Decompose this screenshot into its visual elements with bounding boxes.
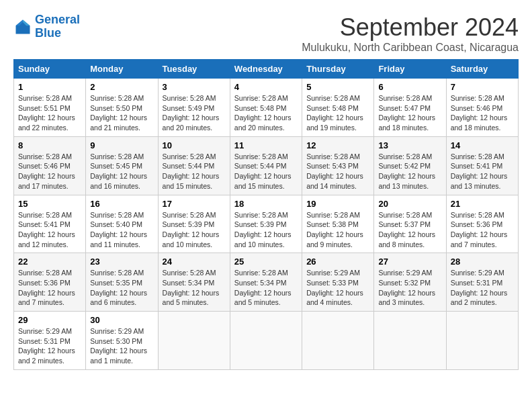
day-cell: 16Sunrise: 5:28 AMSunset: 5:40 PMDayligh… bbox=[86, 195, 158, 253]
day-cell: 4Sunrise: 5:28 AMSunset: 5:48 PMDaylight… bbox=[230, 79, 302, 137]
day-info: Sunrise: 5:29 AMSunset: 5:33 PMDaylight:… bbox=[306, 268, 369, 308]
day-number: 30 bbox=[90, 315, 153, 325]
day-cell bbox=[230, 312, 302, 370]
day-number: 5 bbox=[306, 82, 369, 92]
day-cell: 20Sunrise: 5:28 AMSunset: 5:37 PMDayligh… bbox=[374, 195, 446, 253]
day-info: Sunrise: 5:28 AMSunset: 5:51 PMDaylight:… bbox=[18, 93, 81, 133]
day-info: Sunrise: 5:28 AMSunset: 5:34 PMDaylight:… bbox=[234, 268, 298, 308]
day-info: Sunrise: 5:28 AMSunset: 5:39 PMDaylight:… bbox=[234, 210, 298, 250]
day-info: Sunrise: 5:29 AMSunset: 5:32 PMDaylight:… bbox=[378, 268, 441, 308]
day-cell: 2Sunrise: 5:28 AMSunset: 5:50 PMDaylight… bbox=[86, 79, 158, 137]
logo-line1: General bbox=[35, 13, 80, 26]
day-info: Sunrise: 5:28 AMSunset: 5:37 PMDaylight:… bbox=[378, 210, 441, 250]
day-number: 16 bbox=[90, 199, 153, 209]
day-info: Sunrise: 5:28 AMSunset: 5:46 PMDaylight:… bbox=[18, 152, 81, 191]
subtitle: Mulukuku, North Caribbean Coast, Nicarag… bbox=[302, 42, 519, 54]
day-number: 1 bbox=[18, 82, 81, 92]
day-number: 29 bbox=[18, 315, 81, 325]
week-row-1: 1Sunrise: 5:28 AMSunset: 5:51 PMDaylight… bbox=[14, 79, 519, 137]
day-info: Sunrise: 5:28 AMSunset: 5:45 PMDaylight:… bbox=[90, 152, 153, 191]
day-number: 14 bbox=[451, 140, 514, 150]
day-cell: 6Sunrise: 5:28 AMSunset: 5:47 PMDaylight… bbox=[374, 79, 446, 137]
day-cell: 28Sunrise: 5:29 AMSunset: 5:31 PMDayligh… bbox=[446, 253, 518, 312]
day-number: 18 bbox=[234, 199, 298, 209]
week-row-4: 22Sunrise: 5:28 AMSunset: 5:36 PMDayligh… bbox=[14, 253, 519, 312]
day-number: 19 bbox=[306, 199, 369, 209]
day-cell: 23Sunrise: 5:28 AMSunset: 5:35 PMDayligh… bbox=[86, 253, 158, 312]
day-info: Sunrise: 5:28 AMSunset: 5:41 PMDaylight:… bbox=[451, 152, 514, 191]
day-cell: 21Sunrise: 5:28 AMSunset: 5:36 PMDayligh… bbox=[446, 195, 518, 253]
day-number: 21 bbox=[451, 199, 514, 209]
day-number: 15 bbox=[18, 199, 81, 209]
day-number: 17 bbox=[163, 199, 226, 209]
logo-line2: Blue bbox=[35, 26, 61, 40]
day-number: 2 bbox=[90, 82, 153, 92]
day-cell: 7Sunrise: 5:28 AMSunset: 5:46 PMDaylight… bbox=[446, 79, 518, 137]
day-info: Sunrise: 5:28 AMSunset: 5:34 PMDaylight:… bbox=[163, 268, 226, 308]
logo: General Blue bbox=[13, 13, 80, 40]
logo-icon bbox=[13, 17, 32, 36]
title-area: September 2024 Mulukuku, North Caribbean… bbox=[302, 13, 519, 54]
day-cell: 19Sunrise: 5:28 AMSunset: 5:38 PMDayligh… bbox=[302, 195, 374, 253]
day-info: Sunrise: 5:28 AMSunset: 5:44 PMDaylight:… bbox=[234, 152, 298, 191]
day-cell: 13Sunrise: 5:28 AMSunset: 5:42 PMDayligh… bbox=[374, 136, 446, 195]
day-cell: 15Sunrise: 5:28 AMSunset: 5:41 PMDayligh… bbox=[14, 195, 86, 253]
day-number: 28 bbox=[451, 257, 514, 267]
header-row: SundayMondayTuesdayWednesdayThursdayFrid… bbox=[14, 60, 519, 79]
header-cell-tuesday: Tuesday bbox=[158, 60, 230, 79]
day-info: Sunrise: 5:28 AMSunset: 5:46 PMDaylight:… bbox=[451, 93, 514, 133]
header-cell-sunday: Sunday bbox=[14, 60, 86, 79]
day-cell: 8Sunrise: 5:28 AMSunset: 5:46 PMDaylight… bbox=[14, 136, 86, 195]
header-cell-wednesday: Wednesday bbox=[230, 60, 302, 79]
day-cell: 9Sunrise: 5:28 AMSunset: 5:45 PMDaylight… bbox=[86, 136, 158, 195]
day-info: Sunrise: 5:28 AMSunset: 5:40 PMDaylight:… bbox=[90, 210, 153, 250]
day-cell: 26Sunrise: 5:29 AMSunset: 5:33 PMDayligh… bbox=[302, 253, 374, 312]
day-number: 10 bbox=[163, 140, 226, 150]
day-cell: 24Sunrise: 5:28 AMSunset: 5:34 PMDayligh… bbox=[158, 253, 230, 312]
day-number: 9 bbox=[90, 140, 153, 150]
day-info: Sunrise: 5:28 AMSunset: 5:43 PMDaylight:… bbox=[306, 152, 369, 191]
day-info: Sunrise: 5:28 AMSunset: 5:38 PMDaylight:… bbox=[306, 210, 369, 250]
day-info: Sunrise: 5:28 AMSunset: 5:50 PMDaylight:… bbox=[90, 93, 153, 133]
day-cell: 27Sunrise: 5:29 AMSunset: 5:32 PMDayligh… bbox=[374, 253, 446, 312]
day-number: 24 bbox=[163, 257, 226, 267]
day-cell: 10Sunrise: 5:28 AMSunset: 5:44 PMDayligh… bbox=[158, 136, 230, 195]
day-number: 25 bbox=[234, 257, 298, 267]
day-number: 12 bbox=[306, 140, 369, 150]
day-info: Sunrise: 5:28 AMSunset: 5:42 PMDaylight:… bbox=[378, 152, 441, 191]
day-number: 20 bbox=[378, 199, 441, 209]
day-number: 26 bbox=[306, 257, 369, 267]
day-number: 11 bbox=[234, 140, 298, 150]
week-row-3: 15Sunrise: 5:28 AMSunset: 5:41 PMDayligh… bbox=[14, 195, 519, 253]
day-number: 22 bbox=[18, 257, 81, 267]
day-info: Sunrise: 5:28 AMSunset: 5:36 PMDaylight:… bbox=[451, 210, 514, 250]
day-info: Sunrise: 5:29 AMSunset: 5:31 PMDaylight:… bbox=[451, 268, 514, 308]
day-cell: 29Sunrise: 5:29 AMSunset: 5:31 PMDayligh… bbox=[14, 312, 86, 370]
day-number: 3 bbox=[163, 82, 226, 92]
day-info: Sunrise: 5:28 AMSunset: 5:48 PMDaylight:… bbox=[234, 93, 298, 133]
day-info: Sunrise: 5:28 AMSunset: 5:44 PMDaylight:… bbox=[163, 152, 226, 191]
header-cell-friday: Friday bbox=[374, 60, 446, 79]
day-info: Sunrise: 5:28 AMSunset: 5:41 PMDaylight:… bbox=[18, 210, 81, 250]
main-title: September 2024 bbox=[302, 13, 519, 42]
day-info: Sunrise: 5:28 AMSunset: 5:39 PMDaylight:… bbox=[163, 210, 226, 250]
day-number: 8 bbox=[18, 140, 81, 150]
header-cell-saturday: Saturday bbox=[446, 60, 518, 79]
day-cell bbox=[302, 312, 374, 370]
day-number: 13 bbox=[378, 140, 441, 150]
day-info: Sunrise: 5:28 AMSunset: 5:49 PMDaylight:… bbox=[163, 93, 226, 133]
day-info: Sunrise: 5:28 AMSunset: 5:47 PMDaylight:… bbox=[378, 93, 441, 133]
day-info: Sunrise: 5:28 AMSunset: 5:48 PMDaylight:… bbox=[306, 93, 369, 133]
day-cell: 18Sunrise: 5:28 AMSunset: 5:39 PMDayligh… bbox=[230, 195, 302, 253]
day-cell: 14Sunrise: 5:28 AMSunset: 5:41 PMDayligh… bbox=[446, 136, 518, 195]
day-cell: 17Sunrise: 5:28 AMSunset: 5:39 PMDayligh… bbox=[158, 195, 230, 253]
week-row-5: 29Sunrise: 5:29 AMSunset: 5:31 PMDayligh… bbox=[14, 312, 519, 370]
day-number: 7 bbox=[451, 82, 514, 92]
day-info: Sunrise: 5:29 AMSunset: 5:31 PMDaylight:… bbox=[18, 326, 81, 366]
day-cell bbox=[374, 312, 446, 370]
day-number: 27 bbox=[378, 257, 441, 267]
day-info: Sunrise: 5:29 AMSunset: 5:30 PMDaylight:… bbox=[90, 326, 153, 366]
week-row-2: 8Sunrise: 5:28 AMSunset: 5:46 PMDaylight… bbox=[14, 136, 519, 195]
day-cell bbox=[446, 312, 518, 370]
header-cell-thursday: Thursday bbox=[302, 60, 374, 79]
